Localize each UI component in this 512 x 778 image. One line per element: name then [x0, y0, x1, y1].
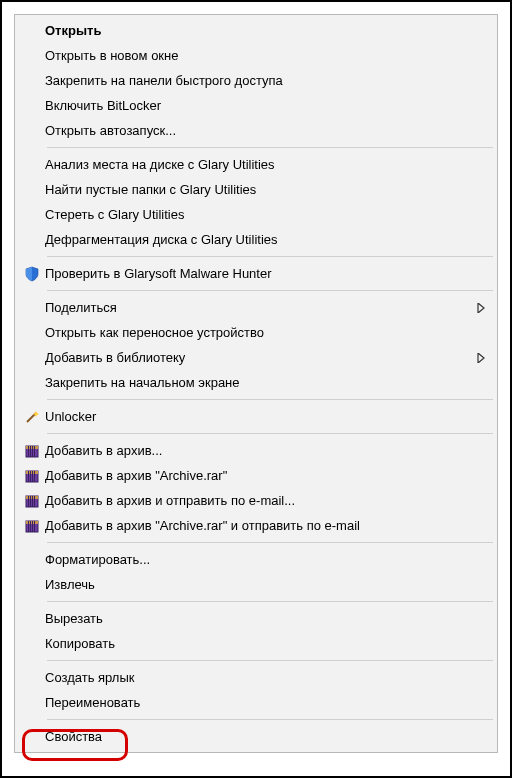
menu-label: Закрепить на начальном экране — [45, 375, 477, 390]
menu-item-glary-defrag[interactable]: Дефрагментация диска с Glary Utilities — [17, 227, 495, 252]
svg-rect-18 — [34, 496, 35, 507]
menu-item-properties[interactable]: Свойства — [17, 724, 495, 749]
menu-label: Открыть автозапуск... — [45, 123, 477, 138]
rar-icon — [19, 493, 45, 509]
chevron-right-icon — [477, 303, 485, 313]
menu-label: Свойства — [45, 729, 477, 744]
menu-item-share[interactable]: Поделиться — [17, 295, 495, 320]
menu-item-pin-quick-access[interactable]: Закрепить на панели быстрого доступа — [17, 68, 495, 93]
menu-item-format[interactable]: Форматировать... — [17, 547, 495, 572]
svg-rect-4 — [30, 446, 31, 457]
wand-icon — [19, 409, 45, 425]
menu-label: Копировать — [45, 636, 477, 651]
menu-label: Добавить в архив "Archive.rar" — [45, 468, 477, 483]
menu-label: Форматировать... — [45, 552, 477, 567]
menu-item-eject[interactable]: Извлечь — [17, 572, 495, 597]
menu-item-pin-start[interactable]: Закрепить на начальном экране — [17, 370, 495, 395]
menu-label: Дефрагментация диска с Glary Utilities — [45, 232, 477, 247]
menu-label: Анализ места на диске с Glary Utilities — [45, 157, 477, 172]
separator — [47, 601, 493, 602]
menu-label: Добавить в архив и отправить по e-mail..… — [45, 493, 477, 508]
chevron-right-icon — [477, 353, 485, 363]
menu-item-glary-wipe[interactable]: Стереть с Glary Utilities — [17, 202, 495, 227]
svg-rect-16 — [30, 496, 31, 507]
svg-rect-15 — [28, 496, 29, 507]
menu-item-rar-add[interactable]: Добавить в архив... — [17, 438, 495, 463]
separator — [47, 542, 493, 543]
menu-item-portable-device[interactable]: Открыть как переносное устройство — [17, 320, 495, 345]
window-frame: Открыть Открыть в новом окне Закрепить н… — [0, 0, 512, 778]
separator — [47, 290, 493, 291]
svg-rect-6 — [34, 446, 35, 457]
separator — [47, 433, 493, 434]
shield-icon — [19, 266, 45, 282]
menu-label: Открыть — [45, 23, 477, 38]
menu-item-open-new-window[interactable]: Открыть в новом окне — [17, 43, 495, 68]
menu-label: Открыть как переносное устройство — [45, 325, 477, 340]
svg-rect-24 — [34, 521, 35, 532]
menu-label: Проверить в Glarysoft Malware Hunter — [45, 266, 477, 281]
rar-icon — [19, 443, 45, 459]
menu-item-cut[interactable]: Вырезать — [17, 606, 495, 631]
menu-label: Открыть в новом окне — [45, 48, 477, 63]
menu-item-rename[interactable]: Переименовать — [17, 690, 495, 715]
menu-label: Поделиться — [45, 300, 477, 315]
menu-item-unlocker[interactable]: Unlocker — [17, 404, 495, 429]
menu-label: Стереть с Glary Utilities — [45, 207, 477, 222]
menu-label: Добавить в библиотеку — [45, 350, 477, 365]
rar-icon — [19, 518, 45, 534]
menu-item-create-shortcut[interactable]: Создать ярлык — [17, 665, 495, 690]
svg-rect-22 — [30, 521, 31, 532]
svg-rect-10 — [30, 471, 31, 482]
separator — [47, 399, 493, 400]
separator — [47, 719, 493, 720]
menu-item-malware-hunter[interactable]: Проверить в Glarysoft Malware Hunter — [17, 261, 495, 286]
menu-label: Закрепить на панели быстрого доступа — [45, 73, 477, 88]
menu-item-glary-analyze[interactable]: Анализ места на диске с Glary Utilities — [17, 152, 495, 177]
svg-rect-17 — [32, 496, 33, 507]
menu-label: Включить BitLocker — [45, 98, 477, 113]
svg-rect-11 — [32, 471, 33, 482]
menu-item-open[interactable]: Открыть — [17, 18, 495, 43]
separator — [47, 147, 493, 148]
menu-item-rar-named-email[interactable]: Добавить в архив "Archive.rar" и отправи… — [17, 513, 495, 538]
rar-icon — [19, 468, 45, 484]
context-menu: Открыть Открыть в новом окне Закрепить н… — [14, 14, 498, 753]
menu-item-rar-add-named[interactable]: Добавить в архив "Archive.rar" — [17, 463, 495, 488]
svg-rect-21 — [28, 521, 29, 532]
menu-label: Unlocker — [45, 409, 477, 424]
menu-item-open-autoplay[interactable]: Открыть автозапуск... — [17, 118, 495, 143]
menu-label: Создать ярлык — [45, 670, 477, 685]
svg-rect-3 — [28, 446, 29, 457]
menu-item-copy[interactable]: Копировать — [17, 631, 495, 656]
menu-label: Добавить в архив "Archive.rar" и отправи… — [45, 518, 477, 533]
svg-rect-5 — [32, 446, 33, 457]
svg-rect-12 — [34, 471, 35, 482]
separator — [47, 660, 493, 661]
svg-rect-23 — [32, 521, 33, 532]
svg-rect-9 — [28, 471, 29, 482]
menu-label: Извлечь — [45, 577, 477, 592]
menu-label: Добавить в архив... — [45, 443, 477, 458]
menu-item-rar-email[interactable]: Добавить в архив и отправить по e-mail..… — [17, 488, 495, 513]
menu-item-add-library[interactable]: Добавить в библиотеку — [17, 345, 495, 370]
menu-label: Найти пустые папки с Glary Utilities — [45, 182, 477, 197]
separator — [47, 256, 493, 257]
menu-label: Переименовать — [45, 695, 477, 710]
menu-label: Вырезать — [45, 611, 477, 626]
menu-item-enable-bitlocker[interactable]: Включить BitLocker — [17, 93, 495, 118]
menu-item-glary-empty-folders[interactable]: Найти пустые папки с Glary Utilities — [17, 177, 495, 202]
